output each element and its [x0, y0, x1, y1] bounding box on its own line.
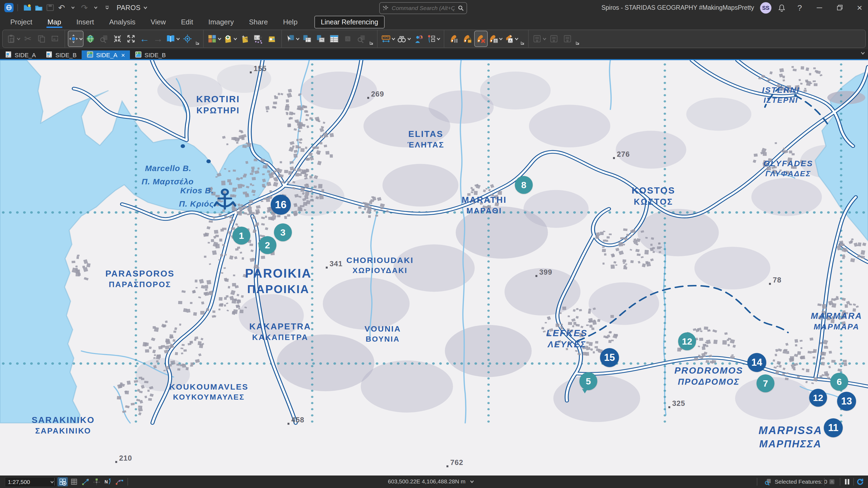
- ribbon-tab-map[interactable]: Map: [46, 15, 63, 29]
- select-by-location-icon[interactable]: [314, 31, 327, 46]
- route-stop-marker-1[interactable]: 1: [232, 227, 250, 245]
- route-stop-marker-13[interactable]: 13: [837, 392, 856, 411]
- select-tool-icon-chevron[interactable]: [296, 37, 300, 41]
- customize-quick-access-icon[interactable]: [101, 2, 113, 13]
- search-input[interactable]: [391, 5, 455, 12]
- measure-icon-chevron[interactable]: [391, 37, 396, 41]
- bookmarks-icon[interactable]: [165, 31, 180, 46]
- route-stop-marker-5[interactable]: 5: [579, 372, 597, 390]
- help-icon[interactable]: ?: [794, 3, 805, 13]
- add-data-icon[interactable]: [223, 31, 237, 46]
- ribbon-tab-help[interactable]: Help: [281, 15, 299, 29]
- tab-linear-referencing[interactable]: Linear Referencing: [314, 16, 384, 29]
- minimize-button[interactable]: ─: [811, 0, 828, 15]
- redo-dropdown-chevron-icon[interactable]: [90, 2, 101, 13]
- signed-in-user[interactable]: Spiros - STARIDAS GEOGRAPHY #MakingMapsP…: [601, 0, 754, 15]
- select-by-attributes-icon[interactable]: [301, 31, 313, 46]
- avatar[interactable]: SS: [760, 2, 771, 13]
- coordinate-readout[interactable]: 603,500.22E 4,106,488.28N m: [388, 478, 474, 485]
- project-name[interactable]: PAROS: [117, 4, 148, 12]
- selection-launcher-icon[interactable]: [369, 41, 374, 46]
- route-stop-marker-11[interactable]: 11: [824, 418, 843, 437]
- delete-events-icon[interactable]: [561, 31, 574, 46]
- attribute-table-icon[interactable]: [328, 31, 340, 46]
- copy-icon[interactable]: [35, 31, 48, 46]
- map-viewport[interactable]: KROTIRIΚΡΩΤΗΡΙELITASΈΛΗΤΑΣISTERNIΙΣΤΕΡΝΙ…: [0, 60, 868, 476]
- view-tab-side_b-map[interactable]: SIDE_B: [130, 51, 170, 60]
- route-stop-marker-16[interactable]: 16: [271, 195, 291, 215]
- pause-event-updates-icon[interactable]: [447, 31, 460, 46]
- north-arrow-icon[interactable]: N: [103, 477, 113, 486]
- ribbon-tab-imagery[interactable]: Imagery: [207, 15, 236, 29]
- command-search[interactable]: [379, 2, 467, 14]
- lrs-events-launcher-icon[interactable]: [520, 41, 525, 46]
- grid-icon[interactable]: [69, 477, 79, 486]
- infographics-icon[interactable]: [412, 31, 425, 46]
- locate-icon[interactable]: [181, 31, 194, 46]
- view-tab-side_a-layout[interactable]: SIDE_A: [0, 51, 41, 60]
- ribbon-tab-project[interactable]: Project: [9, 15, 34, 29]
- import-events-icon-chevron[interactable]: [542, 37, 547, 41]
- sync-events-icon[interactable]: [548, 31, 560, 46]
- view-tabs-overflow-chevron-icon[interactable]: [860, 51, 865, 56]
- remove-route-events-icon[interactable]: [475, 31, 487, 46]
- view-tab-side_a-map[interactable]: SIDE_A×: [82, 51, 130, 60]
- ribbon-tab-edit[interactable]: Edit: [179, 15, 195, 29]
- route-stop-marker-12[interactable]: 12: [809, 389, 827, 407]
- route-stop-marker-8[interactable]: 8: [515, 176, 533, 194]
- restore-button[interactable]: [831, 0, 848, 15]
- labeling-pane-icon[interactable]: [426, 31, 440, 46]
- basemap-icon-chevron[interactable]: [217, 37, 222, 41]
- undo-button[interactable]: ↶: [56, 2, 67, 13]
- navigate-launcher-icon[interactable]: [195, 41, 200, 46]
- route-stop-marker-7[interactable]: 7: [756, 375, 774, 392]
- close-view-icon[interactable]: ×: [121, 52, 125, 59]
- snapping-icon[interactable]: [80, 477, 91, 486]
- open-project-button[interactable]: [33, 2, 44, 13]
- ribbon-tab-share[interactable]: Share: [247, 15, 269, 29]
- refresh-icon[interactable]: [855, 477, 865, 486]
- snap-tolerance-icon[interactable]: [92, 477, 102, 486]
- labeling-pane-icon-chevron[interactable]: [436, 37, 440, 41]
- measure-icon[interactable]: [381, 31, 396, 46]
- zoom-to-selection-icon[interactable]: [98, 31, 110, 46]
- ribbon-tab-analysis[interactable]: Analysis: [108, 15, 137, 29]
- customize-view-icon[interactable]: [58, 477, 68, 486]
- locate-features-icon[interactable]: [397, 31, 411, 46]
- close-button[interactable]: ×: [851, 0, 868, 15]
- redo-button[interactable]: ↷: [79, 2, 90, 13]
- search-icon[interactable]: [458, 5, 464, 11]
- cut-icon[interactable]: ✂: [22, 31, 34, 46]
- lock-routes-icon[interactable]: [461, 31, 474, 46]
- label-events-icon[interactable]: A: [504, 31, 519, 46]
- locate-features-icon-chevron[interactable]: [407, 37, 411, 41]
- zoom-to-selected-icon[interactable]: [355, 31, 368, 46]
- route-stop-marker-15[interactable]: 15: [600, 348, 619, 367]
- add-data-icon-chevron[interactable]: [233, 37, 237, 41]
- undo-dropdown-chevron-icon[interactable]: [67, 2, 79, 13]
- ribbon-tab-view[interactable]: View: [149, 15, 167, 29]
- explore-tool-icon-chevron[interactable]: [79, 37, 83, 41]
- explore-tool-icon[interactable]: [68, 31, 83, 46]
- route-stop-marker-6[interactable]: 6: [830, 373, 848, 391]
- lrs-data-launcher-icon[interactable]: [575, 41, 580, 46]
- map-scale-select[interactable]: 1:27,500: [5, 477, 57, 487]
- full-extent-icon[interactable]: [84, 31, 97, 46]
- add-catalog-icon[interactable]: [266, 31, 278, 46]
- edit-vertices-icon[interactable]: [115, 477, 125, 486]
- save-project-button[interactable]: [44, 2, 56, 13]
- clear-selection-icon[interactable]: [341, 31, 354, 46]
- fixed-zoom-out-icon[interactable]: [125, 31, 137, 46]
- fixed-zoom-in-icon[interactable]: [111, 31, 124, 46]
- previous-extent-icon[interactable]: ←: [138, 31, 151, 46]
- basemap-icon[interactable]: [207, 31, 222, 46]
- selected-features-status[interactable]: Selected Features: 0: [764, 478, 827, 485]
- select-tool-icon[interactable]: [285, 31, 300, 46]
- next-extent-icon[interactable]: →: [152, 31, 164, 46]
- view-tab-side_b-layout[interactable]: SIDE_B: [41, 51, 82, 60]
- route-stop-marker-2[interactable]: 2: [258, 236, 276, 254]
- route-stop-marker-14[interactable]: 14: [747, 353, 766, 372]
- selection-status-icon[interactable]: [827, 477, 837, 486]
- paste-icon[interactable]: [6, 31, 21, 46]
- pause-drawing-icon[interactable]: [842, 477, 852, 486]
